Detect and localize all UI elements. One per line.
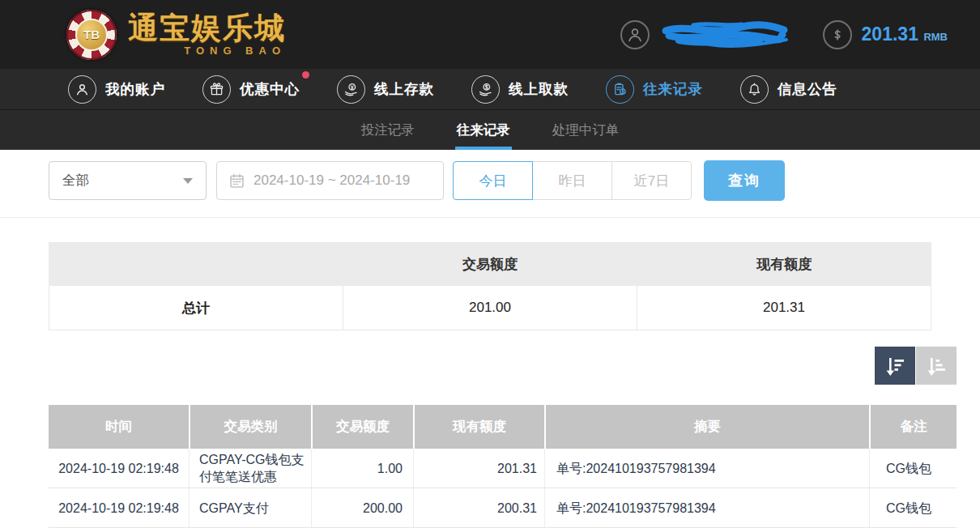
- caret-down-icon: [183, 178, 193, 184]
- quick-btn-last7days[interactable]: 近7日: [611, 161, 692, 200]
- site-title: 通宝娱乐城: [128, 13, 286, 43]
- withdraw-icon: [471, 75, 500, 104]
- user-icon: [68, 75, 96, 104]
- col-header-transaction-amount: 交易额度: [311, 405, 413, 449]
- cell-transaction-amount: 200.00: [311, 488, 413, 527]
- cell-summary: 单号:202410193757981394: [544, 488, 869, 527]
- cell-transaction-amount: 1.00: [311, 449, 413, 488]
- bell-icon: [740, 75, 769, 104]
- sort-controls: [49, 347, 957, 385]
- summary-total-row: 总计 201.00 201.31: [49, 286, 931, 330]
- gift-icon: [202, 75, 231, 104]
- col-header-type: 交易类别: [189, 405, 311, 449]
- col-header-current-balance: 现有额度: [413, 405, 544, 449]
- wallet-balance[interactable]: 201.31 RMB: [823, 20, 948, 49]
- username-scribble[interactable]: [661, 19, 790, 51]
- summary-total-transaction: 201.00: [343, 286, 637, 330]
- table-row: 2024-10-19 02:19:48 CGPAY-CG钱包支付笔笔送优惠 1.…: [49, 449, 957, 488]
- sort-ascending-button[interactable]: [916, 347, 957, 385]
- col-header-summary: 摘要: [544, 405, 869, 449]
- chip-monogram: TB: [75, 19, 108, 51]
- poker-chip-logo-icon: TB: [66, 10, 117, 60]
- summary-header-empty: [49, 242, 343, 286]
- query-button[interactable]: 查询: [704, 160, 785, 201]
- site-subtitle: TONG BAO: [128, 45, 286, 57]
- table-row: 2024-10-19 02:19:48 CGPAY支付 200.00 200.3…: [49, 488, 957, 528]
- records-header-row: 时间 交易类别 交易额度 现有额度 摘要 备注: [49, 405, 957, 449]
- tab-pending-orders[interactable]: 处理中订单: [551, 110, 621, 150]
- site-logo[interactable]: TB 通宝娱乐城 TONG BAO: [66, 10, 286, 60]
- cell-time: 2024-10-19 02:19:48: [49, 449, 189, 488]
- col-header-remark: 备注: [869, 405, 957, 449]
- user-area: 201.31 RMB: [620, 19, 948, 51]
- cell-summary: 单号:202410193757981394: [544, 449, 869, 488]
- balance-currency: RMB: [923, 31, 948, 43]
- summary-table: 交易额度 现有额度 总计 201.00 201.31: [49, 242, 931, 330]
- col-header-time: 时间: [49, 405, 189, 449]
- type-select[interactable]: 全部: [49, 161, 207, 200]
- cell-current-balance: 200.31: [413, 488, 544, 527]
- cell-current-balance: 201.31: [413, 449, 544, 488]
- cell-remark: CG钱包: [869, 488, 957, 527]
- sort-desc-icon: [884, 356, 906, 377]
- nav-item-withdraw[interactable]: 线上取款: [471, 75, 569, 104]
- avatar-icon[interactable]: [620, 20, 650, 49]
- summary-header-row: 交易额度 现有额度: [49, 242, 931, 286]
- quick-btn-yesterday[interactable]: 昨日: [532, 161, 612, 200]
- nav-item-promotions[interactable]: 优惠中心: [202, 75, 300, 104]
- nav-item-announcements[interactable]: 信息公告: [740, 75, 837, 104]
- nav-item-my-account[interactable]: 我的账户: [68, 75, 165, 104]
- date-range-input[interactable]: 2024-10-19 ~ 2024-10-19: [216, 161, 444, 200]
- notification-dot: [302, 71, 309, 79]
- nav-item-transactions[interactable]: 往来记录: [606, 75, 703, 104]
- tab-betting-records[interactable]: 投注记录: [360, 110, 416, 150]
- record-subtabs: 投注记录 往来记录 处理中订单: [0, 110, 980, 150]
- nav-item-deposit[interactable]: 线上存款: [337, 75, 434, 104]
- type-select-value: 全部: [62, 172, 89, 189]
- summary-header-current-balance: 现有额度: [637, 242, 931, 286]
- cell-remark: CG钱包: [869, 449, 957, 488]
- date-range-value: 2024-10-19 ~ 2024-10-19: [254, 172, 410, 189]
- sort-descending-button[interactable]: [875, 347, 915, 385]
- cell-time: 2024-10-19 02:19:48: [49, 488, 189, 527]
- main-nav: 我的账户 优惠中心 线上存款: [0, 69, 980, 110]
- balance-amount: 201.31: [862, 23, 918, 45]
- summary-total-label: 总计: [49, 286, 343, 330]
- summary-total-balance: 201.31: [637, 286, 931, 330]
- filter-section: 全部 2024-10-19 ~ 2024-10-19 今日 昨日 近7日 查询: [0, 150, 980, 218]
- records-icon: [606, 75, 634, 104]
- records-table: 时间 交易类别 交易额度 现有额度 摘要 备注 2024-10-19 02:19…: [49, 405, 957, 528]
- calendar-icon: [228, 172, 245, 189]
- quick-date-group: 今日 昨日 近7日: [453, 161, 692, 200]
- tab-transaction-records[interactable]: 往来记录: [455, 110, 512, 150]
- quick-btn-today[interactable]: 今日: [453, 161, 533, 200]
- top-header: TB 通宝娱乐城 TONG BAO: [0, 0, 980, 69]
- deposit-icon: [337, 75, 365, 104]
- dollar-circle-icon: [823, 20, 852, 49]
- summary-header-transaction-amount: 交易额度: [343, 242, 637, 286]
- sort-asc-icon: [925, 356, 948, 377]
- cell-type: CGPAY-CG钱包支付笔笔送优惠: [189, 449, 311, 488]
- cell-type: CGPAY支付: [189, 488, 311, 527]
